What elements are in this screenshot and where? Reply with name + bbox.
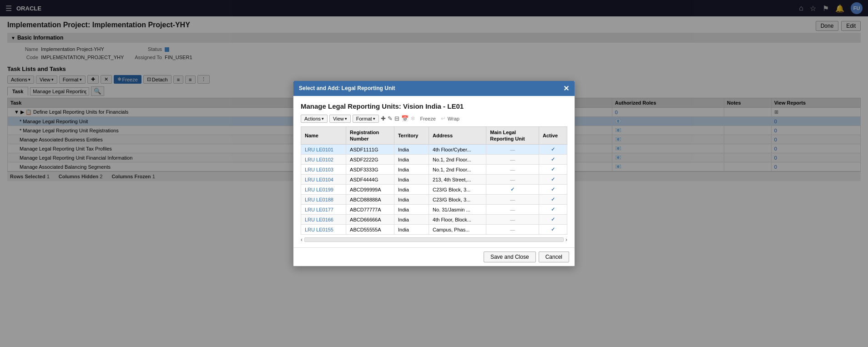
modal-wrap-label: Wrap	[448, 116, 459, 121]
modal-reg-cell: ABCD66666A	[346, 215, 394, 225]
modal-name-cell[interactable]: LRU LE0177	[301, 205, 346, 215]
modal-name-cell[interactable]: LRU LE0102	[301, 155, 346, 165]
modal-table-row[interactable]: LRU LE0103 ASDF3333G India No.1, 2nd Flo…	[301, 165, 567, 175]
modal-name-cell[interactable]: LRU LE0155	[301, 225, 346, 235]
modal-format-arrow: ▾	[373, 116, 375, 121]
modal-territory-cell: India	[394, 165, 429, 175]
modal-territory-cell: India	[394, 175, 429, 185]
modal-active-cell: ✓	[539, 185, 567, 195]
modal-main-lru-cell: —	[486, 175, 539, 185]
col-name-header: Name	[301, 126, 346, 145]
modal-name-cell[interactable]: LRU LE0188	[301, 195, 346, 205]
modal-table-row[interactable]: LRU LE0188 ABCD88888A India C23/G Block,…	[301, 195, 567, 205]
modal-reg-cell: ASDF2222G	[346, 155, 394, 165]
save-close-button[interactable]: Save and Close	[484, 251, 536, 262]
modal-active-cell: ✓	[539, 145, 567, 155]
modal-address-cell: C23/G Block, 3...	[429, 195, 486, 205]
modal-territory-cell: India	[394, 155, 429, 165]
modal-view-label: View	[333, 116, 344, 121]
modal-reg-cell: ASDF4444G	[346, 175, 394, 185]
modal-reg-cell: ASDF3333G	[346, 165, 394, 175]
modal-table-row[interactable]: LRU LE0102 ASDF2222G India No.1, 2nd Flo…	[301, 155, 567, 165]
modal-table-row[interactable]: LRU LE0199 ABCD99999A India C23/G Block,…	[301, 185, 567, 195]
modal-address-cell: No.1, 2nd Floor...	[429, 165, 486, 175]
modal-territory-cell: India	[394, 215, 429, 225]
col-reg-header: RegistrationNumber	[346, 126, 394, 145]
modal-active-cell: ✓	[539, 155, 567, 165]
modal-actions-button[interactable]: Actions ▾	[301, 115, 328, 123]
modal-name-cell[interactable]: LRU LE0101	[301, 145, 346, 155]
modal-format-button[interactable]: Format ▾	[353, 115, 379, 123]
modal-territory-cell: India	[394, 205, 429, 215]
modal-grid-icon[interactable]: ⊟	[394, 115, 399, 122]
modal-header-title: Select and Add: Legal Reporting Unit	[299, 85, 395, 91]
modal-address-cell: 4th Floor/Cyber...	[429, 145, 486, 155]
modal-table-row[interactable]: LRU LE0166 ABCD66666A India 4th Floor, B…	[301, 215, 567, 225]
modal-address-cell: No.1, 2nd Floor...	[429, 155, 486, 165]
modal-main-lru-cell: —	[486, 145, 539, 155]
cancel-button[interactable]: Cancel	[539, 251, 569, 262]
modal-header: Select and Add: Legal Reporting Unit ✕	[293, 81, 575, 96]
modal-main-lru-cell: —	[486, 195, 539, 205]
modal-name-cell[interactable]: LRU LE0104	[301, 175, 346, 185]
col-active-header: Active	[539, 126, 567, 145]
modal-footer: Save and Close Cancel	[293, 247, 575, 266]
modal-overlay: Select and Add: Legal Reporting Unit ✕ M…	[0, 0, 868, 347]
modal-address-cell: C23/G Block, 3...	[429, 185, 486, 195]
modal-scroll-bar: ‹ ›	[301, 236, 567, 243]
modal-active-cell: ✓	[539, 215, 567, 225]
modal-table-row[interactable]: LRU LE0101 ASDF1111G India 4th Floor/Cyb…	[301, 145, 567, 155]
modal-name-cell[interactable]: LRU LE0199	[301, 185, 346, 195]
scroll-right-arrow[interactable]: ›	[565, 236, 567, 243]
modal-address-cell: Campus, Phas...	[429, 225, 486, 235]
modal-table-row[interactable]: LRU LE0104 ASDF4444G India 213, 4th Stre…	[301, 175, 567, 185]
modal-address-cell: 4th Floor, Block...	[429, 215, 486, 225]
scroll-track[interactable]	[304, 237, 564, 242]
col-address-header: Address	[429, 126, 486, 145]
modal-name-cell[interactable]: LRU LE0103	[301, 165, 346, 175]
modal-territory-cell: India	[394, 185, 429, 195]
modal-actions-label: Actions	[304, 116, 321, 121]
modal-main-lru-cell: —	[486, 165, 539, 175]
modal-dialog: Select and Add: Legal Reporting Unit ✕ M…	[293, 80, 575, 267]
modal-address-cell: 213, 4th Street,...	[429, 175, 486, 185]
modal-reg-cell: ASDF1111G	[346, 145, 394, 155]
modal-active-cell: ✓	[539, 205, 567, 215]
modal-calendar-icon[interactable]: 📅	[401, 115, 409, 122]
modal-main-lru-cell: —	[486, 155, 539, 165]
modal-table-row[interactable]: LRU LE0155 ABCD55555A India Campus, Phas…	[301, 225, 567, 235]
modal-table-row[interactable]: LRU LE0177 ABCD77777A India No. 31/Jasmi…	[301, 205, 567, 215]
modal-main-lru-cell: ✓	[486, 185, 539, 195]
modal-reg-cell: ABCD77777A	[346, 205, 394, 215]
modal-territory-cell: India	[394, 195, 429, 205]
modal-actions-arrow: ▾	[322, 116, 324, 121]
modal-main-lru-cell: —	[486, 225, 539, 235]
modal-toolbar: Actions ▾ View ▾ Format ▾ ✚ ✎ ⊟ 📅 ❄ Free…	[301, 115, 567, 123]
modal-address-cell: No. 31/Jasmin ...	[429, 205, 486, 215]
modal-wrap-icon: ↵	[441, 115, 446, 122]
scroll-left-arrow[interactable]: ‹	[301, 236, 303, 243]
modal-add-icon[interactable]: ✚	[381, 115, 386, 122]
modal-active-cell: ✓	[539, 165, 567, 175]
modal-territory-cell: India	[394, 145, 429, 155]
modal-main-lru-cell: —	[486, 205, 539, 215]
modal-name-cell[interactable]: LRU LE0166	[301, 215, 346, 225]
col-territory-header: Territory	[394, 126, 429, 145]
modal-view-button[interactable]: View ▾	[329, 115, 351, 123]
modal-freeze-label: Freeze	[417, 115, 439, 122]
modal-active-cell: ✓	[539, 225, 567, 235]
modal-reg-cell: ABCD88888A	[346, 195, 394, 205]
modal-view-arrow: ▾	[345, 116, 347, 121]
col-main-lru-header: Main LegalReporting Unit	[486, 126, 539, 145]
modal-format-label: Format	[356, 116, 372, 121]
modal-close-button[interactable]: ✕	[563, 84, 569, 93]
modal-territory-cell: India	[394, 225, 429, 235]
modal-reg-cell: ABCD99999A	[346, 185, 394, 195]
modal-active-cell: ✓	[539, 195, 567, 205]
modal-data-table: Name RegistrationNumber Territory Addres…	[301, 126, 567, 235]
modal-edit-icon[interactable]: ✎	[388, 115, 393, 122]
modal-reg-cell: ABCD55555A	[346, 225, 394, 235]
modal-freeze-icon: ❄	[410, 115, 415, 122]
modal-body-title: Manage Legal Reporting Units: Vision Ind…	[301, 102, 567, 110]
modal-active-cell: ✓	[539, 175, 567, 185]
